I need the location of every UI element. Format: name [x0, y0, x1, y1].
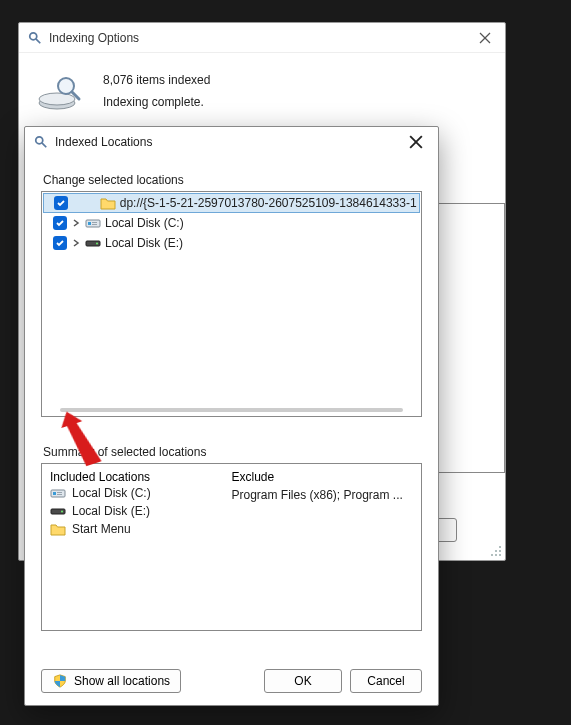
drive-c-icon: [85, 216, 101, 230]
dialog-actions: Show all locations OK Cancel: [41, 669, 422, 693]
tree-row[interactable]: dp://{S-1-5-21-2597013780-2607525109-138…: [43, 193, 420, 213]
close-icon[interactable]: [473, 26, 497, 50]
drive-icon: [50, 504, 66, 518]
exclude-header: Exclude: [232, 470, 414, 484]
checkbox[interactable]: [54, 196, 68, 210]
svg-line-1: [36, 38, 40, 42]
shield-icon: [52, 674, 68, 688]
indexing-stats: 8,076 items indexed Indexing complete.: [103, 69, 210, 117]
checkbox[interactable]: [53, 236, 67, 250]
exclude-column: Exclude Program Files (x86); Program ...: [232, 470, 414, 624]
list-item-label: Local Disk (E:): [72, 504, 150, 518]
svg-rect-20: [92, 222, 97, 223]
indexing-options-titlebar[interactable]: Indexing Options: [19, 23, 505, 53]
dialog-body: Change selected locations dp://{S-1-5-21…: [25, 157, 438, 705]
cancel-label: Cancel: [367, 674, 404, 688]
included-column: Included Locations Local Disk (C:)Local …: [50, 470, 232, 624]
checkbox[interactable]: [53, 216, 67, 230]
svg-point-30: [61, 511, 63, 513]
list-item[interactable]: Local Disk (E:): [50, 502, 232, 520]
folder-icon: [50, 522, 66, 536]
svg-point-23: [96, 243, 98, 245]
svg-rect-28: [57, 494, 62, 495]
list-item-label: Start Menu: [72, 522, 131, 536]
svg-line-15: [42, 143, 46, 147]
exclude-text: Program Files (x86); Program ...: [232, 486, 414, 504]
horizontal-scrollbar[interactable]: [60, 408, 403, 412]
svg-point-12: [495, 554, 497, 556]
chevron-right-icon[interactable]: [71, 238, 81, 248]
show-all-label: Show all locations: [74, 674, 170, 688]
svg-point-5: [39, 93, 75, 105]
close-icon[interactable]: [402, 130, 430, 154]
tree-row-label: Local Disk (C:): [105, 216, 184, 230]
magnifier-icon: [33, 135, 49, 149]
ok-button[interactable]: OK: [264, 669, 342, 693]
folder-icon: [100, 196, 116, 210]
ok-label: OK: [294, 674, 311, 688]
svg-point-9: [499, 550, 501, 552]
tree-row[interactable]: Local Disk (C:): [43, 213, 420, 233]
list-item[interactable]: Start Menu: [50, 520, 232, 538]
change-locations-label: Change selected locations: [43, 173, 420, 187]
list-item-label: Local Disk (C:): [72, 486, 151, 500]
cancel-button[interactable]: Cancel: [350, 669, 422, 693]
expander-placeholder: [72, 198, 96, 208]
tree-row[interactable]: Local Disk (E:): [43, 233, 420, 253]
svg-point-8: [499, 546, 501, 548]
show-all-locations-button[interactable]: Show all locations: [41, 669, 181, 693]
summary-box: Included Locations Local Disk (C:)Local …: [41, 463, 422, 631]
indexing-status: Indexing complete.: [103, 91, 210, 113]
svg-rect-26: [53, 492, 56, 495]
magnifier-icon: [27, 31, 43, 45]
tree-row-label: Local Disk (E:): [105, 236, 183, 250]
items-indexed: 8,076 items indexed: [103, 69, 210, 91]
dialog-title: Indexed Locations: [55, 135, 152, 149]
svg-rect-27: [57, 492, 62, 493]
resize-grip-icon[interactable]: [490, 545, 502, 557]
svg-rect-21: [92, 224, 97, 225]
indexed-locations-dialog: Indexed Locations Change selected locati…: [24, 126, 439, 706]
svg-rect-19: [88, 222, 91, 225]
list-item[interactable]: Local Disk (C:): [50, 484, 232, 502]
drive-magnifier-icon: [35, 69, 83, 117]
svg-point-0: [30, 32, 37, 39]
included-header: Included Locations: [50, 470, 232, 484]
locations-tree[interactable]: dp://{S-1-5-21-2597013780-2607525109-138…: [41, 191, 422, 417]
svg-point-10: [495, 550, 497, 552]
drive-icon: [85, 236, 101, 250]
svg-point-14: [36, 137, 43, 144]
indexing-options-body: 8,076 items indexed Indexing complete.: [19, 53, 505, 127]
indexed-locations-titlebar[interactable]: Indexed Locations: [25, 127, 438, 157]
window-title: Indexing Options: [49, 31, 139, 45]
chevron-right-icon[interactable]: [71, 218, 81, 228]
svg-point-11: [499, 554, 501, 556]
summary-label: Summary of selected locations: [43, 445, 420, 459]
svg-point-13: [491, 554, 493, 556]
tree-row-label: dp://{S-1-5-21-2597013780-2607525109-138…: [120, 196, 417, 210]
drive-c-icon: [50, 486, 66, 500]
